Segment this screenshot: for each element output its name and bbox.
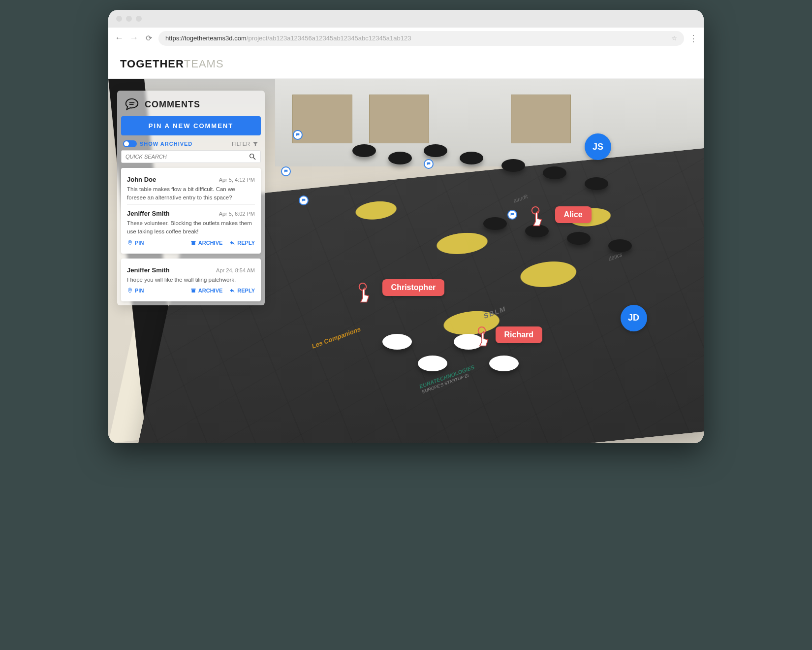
svg-point-7 xyxy=(129,241,131,243)
reply-action[interactable]: REPLY xyxy=(229,288,255,293)
show-archived-toggle[interactable] xyxy=(123,140,137,147)
wall-panel xyxy=(369,95,429,143)
comment-pin-icon[interactable] xyxy=(293,130,303,140)
svg-point-10 xyxy=(129,289,131,291)
avatar-js[interactable]: JS xyxy=(585,133,611,160)
traffic-min-icon[interactable] xyxy=(126,16,132,22)
svg-point-2 xyxy=(478,327,486,334)
bookmark-star-icon[interactable]: ☆ xyxy=(671,34,677,42)
reply-action[interactable]: REPLY xyxy=(229,240,255,246)
archive-label: ARCHIVE xyxy=(198,240,223,246)
url-host: https://togetherteams3d.com xyxy=(165,34,247,42)
show-archived-label: SHOW ARCHIVED xyxy=(140,141,192,147)
cursor-hand-icon xyxy=(471,326,492,352)
collaborator-tag-christopher[interactable]: Christopher xyxy=(382,279,445,296)
svg-rect-8 xyxy=(191,241,195,242)
panel-title: COMMENTS xyxy=(145,99,200,110)
comment-pin-icon[interactable] xyxy=(424,159,434,169)
collaborator-tag-alice[interactable]: Alice xyxy=(555,206,592,223)
scene-path xyxy=(285,147,669,390)
scene-table xyxy=(567,232,591,245)
viewport-3d[interactable]: Les Companions EURATECHNOLOGIES EUROPE'S… xyxy=(108,79,704,443)
svg-rect-12 xyxy=(191,290,195,293)
wall-panel xyxy=(511,95,571,143)
comment-pin-icon[interactable] xyxy=(507,210,517,220)
comment-author: John Doe xyxy=(127,176,156,183)
archive-label: ARCHIVE xyxy=(198,288,223,293)
comment-author: Jeniffer Smith xyxy=(127,210,170,217)
browser-menu-button[interactable]: ⋮ xyxy=(689,33,698,44)
traffic-max-icon[interactable] xyxy=(136,16,142,22)
comments-panel: COMMENTS PIN A NEW COMMENT SHOW ARCHIVED… xyxy=(117,91,265,305)
url-path: /project/ab123a123456a12345ab12345abc123… xyxy=(247,34,411,42)
search-row xyxy=(121,150,261,163)
comment-time: Apr 5, 4:12 PM xyxy=(219,177,255,183)
panel-header: COMMENTS xyxy=(121,95,261,116)
address-bar[interactable]: https://togetherteams3d.com/project/ab12… xyxy=(158,31,684,46)
search-icon[interactable] xyxy=(249,153,256,161)
svg-point-0 xyxy=(359,283,367,291)
avatar-initials: JD xyxy=(628,313,639,323)
comment-body: I hope you will like the wall tiling pat… xyxy=(127,276,255,284)
comment-author: Jeniffer Smith xyxy=(127,266,170,274)
browser-toolbar: ← → ⟳ https://togetherteams3d.com/projec… xyxy=(108,28,704,49)
archive-action[interactable]: ARCHIVE xyxy=(190,240,223,246)
scene-table xyxy=(501,159,525,172)
svg-rect-11 xyxy=(191,289,195,290)
comment-pin-icon[interactable] xyxy=(281,166,291,176)
comment-thread: John Doe Apr 5, 4:12 PM This table makes… xyxy=(121,168,261,254)
pin-action[interactable]: PIN xyxy=(127,240,144,246)
collaborator-tag-richard[interactable]: Richard xyxy=(496,326,543,343)
scene-table xyxy=(608,239,632,252)
pin-label: PIN xyxy=(135,288,144,293)
collaborator-name: Alice xyxy=(564,210,583,219)
svg-point-5 xyxy=(250,154,254,158)
pin-new-comment-button[interactable]: PIN A NEW COMMENT xyxy=(121,116,261,135)
scene-table xyxy=(585,177,608,190)
pin-label: PIN xyxy=(135,240,144,246)
mac-titlebar xyxy=(108,10,704,28)
comments-icon xyxy=(125,98,139,111)
forward-button[interactable]: → xyxy=(129,33,139,43)
reload-button[interactable]: ⟳ xyxy=(144,33,154,43)
cursor-hand-icon xyxy=(525,206,546,232)
scene-table xyxy=(543,166,566,179)
comment-item[interactable]: Jeniffer Smith Apr 24, 8:54 AM I hope yo… xyxy=(127,263,255,297)
pin-action[interactable]: PIN xyxy=(127,288,144,293)
comment-body: This table makes flow a bit difficult. C… xyxy=(127,185,255,201)
filter-row: SHOW ARCHIVED FILTER xyxy=(121,135,261,150)
scene-table xyxy=(388,152,412,164)
comment-body: These volunteer. Blocking the outlets ma… xyxy=(127,219,255,235)
comment-item[interactable]: John Doe Apr 5, 4:12 PM This table makes… xyxy=(127,173,255,204)
cursor-hand-icon xyxy=(352,283,373,308)
filter-label: FILTER xyxy=(232,141,250,147)
comment-time: Apr 24, 8:54 AM xyxy=(216,267,255,273)
collaborator-name: Christopher xyxy=(391,283,436,292)
comment-thread: Jeniffer Smith Apr 24, 8:54 AM I hope yo… xyxy=(121,259,261,302)
svg-point-1 xyxy=(532,207,539,214)
collaborator-name: Richard xyxy=(504,330,534,339)
archive-action[interactable]: ARCHIVE xyxy=(190,288,223,293)
traffic-close-icon[interactable] xyxy=(116,16,122,22)
logo-strong: TOGETHER xyxy=(120,58,184,70)
svg-rect-9 xyxy=(191,242,195,245)
scene-table xyxy=(382,334,412,350)
comment-time: Apr 5, 6:02 PM xyxy=(219,211,255,217)
filter-icon[interactable] xyxy=(252,140,259,147)
avatar-initials: JS xyxy=(593,142,603,152)
logo-light: TEAMS xyxy=(184,58,224,70)
comment-item[interactable]: Jeniffer Smith Apr 5, 6:02 PM These volu… xyxy=(127,204,255,248)
device-frame: ← → ⟳ https://togetherteams3d.com/projec… xyxy=(108,10,704,443)
svg-line-6 xyxy=(253,158,255,160)
search-input[interactable] xyxy=(125,154,249,160)
reply-label: REPLY xyxy=(237,240,255,246)
comment-pin-icon[interactable] xyxy=(299,195,309,205)
avatar-jd[interactable]: JD xyxy=(621,305,647,331)
app-header: TOGETHERTEAMS xyxy=(108,49,704,79)
reply-label: REPLY xyxy=(237,288,255,293)
back-button[interactable]: ← xyxy=(114,33,124,43)
scene-table xyxy=(460,152,483,164)
